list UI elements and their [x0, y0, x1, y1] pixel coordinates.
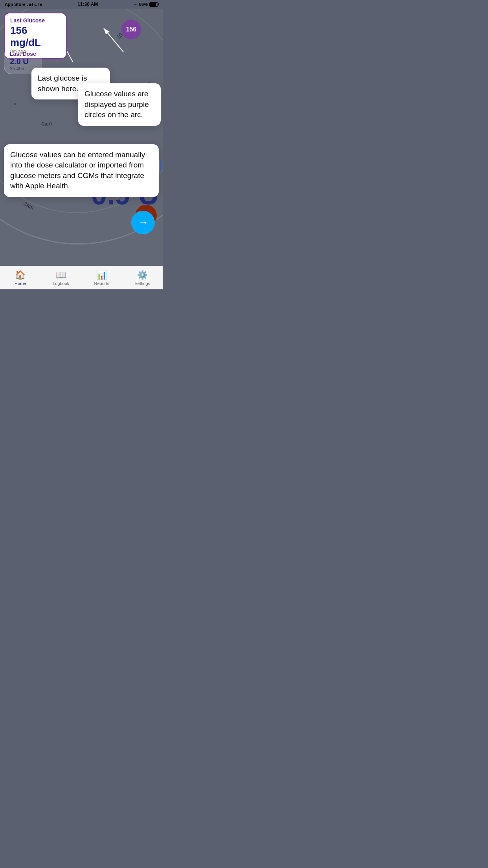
- location-icon: →: [133, 2, 138, 7]
- main-content: 10am 8am 6am 4am 2am 156 Last Glucose 15…: [0, 9, 163, 266]
- settings-icon: ⚙️: [137, 270, 148, 280]
- arrow-to-circle: [100, 24, 131, 56]
- last-dose-label: Last Dose: [10, 51, 36, 57]
- last-dose-value: 2.0 U: [10, 57, 36, 66]
- svg-line-1: [104, 28, 123, 52]
- network-type: LTE: [35, 2, 42, 7]
- tab-reports[interactable]: 📊 Reports: [81, 270, 122, 286]
- reports-icon: 📊: [96, 270, 107, 280]
- tab-settings-label: Settings: [134, 281, 150, 286]
- tab-home[interactable]: 🏠 Home: [0, 270, 41, 286]
- time-6am: 6am: [41, 120, 52, 127]
- tab-settings[interactable]: ⚙️ Settings: [122, 270, 163, 286]
- tab-logbook[interactable]: 📖 Logbook: [41, 270, 82, 286]
- tab-bar: 🏠 Home 📖 Logbook 📊 Reports ⚙️ Settings: [0, 266, 163, 289]
- home-icon: 🏠: [15, 270, 26, 280]
- last-glucose-label: Last Glucose: [10, 17, 61, 24]
- arc-dot-3: [14, 103, 16, 105]
- battery-percentage: 86%: [139, 2, 148, 7]
- tooltip-arc: Glucose values are displayed as purple c…: [78, 83, 161, 126]
- tooltip-glucose-entry-text: Glucose values can be entered manually i…: [10, 151, 145, 190]
- status-time: 11:30 AM: [77, 2, 98, 7]
- status-left: App Store LTE: [5, 2, 42, 7]
- tab-reports-label: Reports: [94, 281, 109, 286]
- tab-home-label: Home: [15, 281, 26, 286]
- carrier-label: App Store: [5, 2, 26, 7]
- last-glucose-value: 156 mg/dL: [10, 24, 61, 49]
- battery-icon: [149, 2, 158, 7]
- tooltip-glucose-entry: Glucose values can be entered manually i…: [4, 144, 159, 197]
- next-button[interactable]: →: [131, 211, 155, 234]
- status-right: → 86%: [133, 2, 158, 7]
- logbook-icon: 📖: [56, 270, 66, 280]
- tooltip-arc-text: Glucose values are displayed as purple c…: [84, 90, 149, 119]
- status-bar: App Store LTE 11:30 AM → 86%: [0, 0, 163, 9]
- tab-logbook-label: Logbook: [53, 281, 69, 286]
- signal-bars: [27, 2, 33, 6]
- next-arrow-icon: →: [138, 216, 149, 229]
